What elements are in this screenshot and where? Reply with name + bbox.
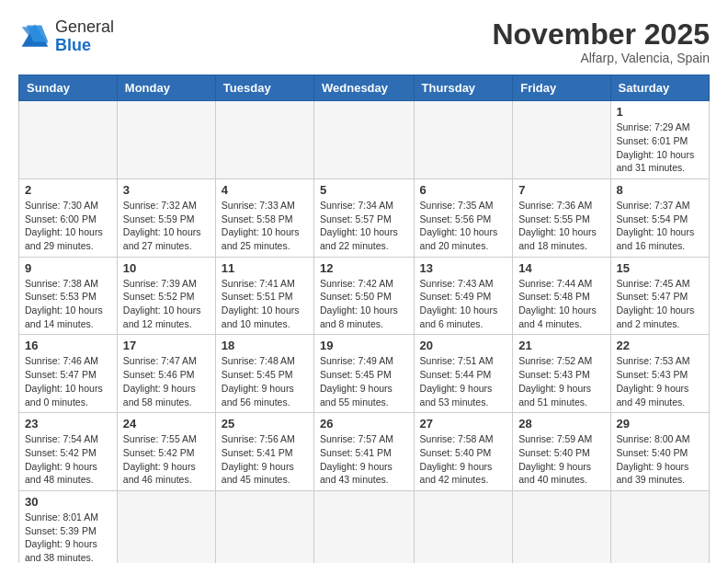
calendar-cell <box>314 490 415 563</box>
calendar-cell: 11Sunrise: 7:41 AM Sunset: 5:51 PM Dayli… <box>215 257 313 335</box>
day-info: Sunrise: 7:41 AM Sunset: 5:51 PM Dayligh… <box>222 277 308 331</box>
day-info: Sunrise: 7:33 AM Sunset: 5:58 PM Dayligh… <box>222 199 308 253</box>
day-info: Sunrise: 7:34 AM Sunset: 5:57 PM Dayligh… <box>320 199 408 253</box>
day-number: 27 <box>420 417 507 431</box>
calendar-cell: 1Sunrise: 7:29 AM Sunset: 6:01 PM Daylig… <box>610 101 709 179</box>
calendar-cell <box>117 490 215 563</box>
day-info: Sunrise: 7:56 AM Sunset: 5:41 PM Dayligh… <box>222 432 308 487</box>
logo: General Blue <box>18 18 114 55</box>
day-info: Sunrise: 7:32 AM Sunset: 5:59 PM Dayligh… <box>123 199 210 253</box>
day-info: Sunrise: 7:52 AM Sunset: 5:43 PM Dayligh… <box>518 354 604 408</box>
calendar-cell: 29Sunrise: 8:00 AM Sunset: 5:40 PM Dayli… <box>610 413 709 491</box>
calendar-cell <box>414 490 513 563</box>
calendar-cell: 14Sunrise: 7:44 AM Sunset: 5:48 PM Dayli… <box>513 257 610 335</box>
calendar-body: 1Sunrise: 7:29 AM Sunset: 6:01 PM Daylig… <box>19 101 710 563</box>
day-number: 3 <box>123 183 210 197</box>
day-number: 20 <box>420 339 507 352</box>
day-number: 2 <box>25 183 111 197</box>
calendar-cell <box>513 490 610 563</box>
day-info: Sunrise: 7:39 AM Sunset: 5:52 PM Dayligh… <box>123 277 210 331</box>
calendar-cell: 3Sunrise: 7:32 AM Sunset: 5:59 PM Daylig… <box>117 178 215 257</box>
day-info: Sunrise: 7:49 AM Sunset: 5:45 PM Dayligh… <box>320 354 408 408</box>
calendar-cell <box>215 490 313 563</box>
location-subtitle: Alfarp, Valencia, Spain <box>492 51 710 65</box>
day-info: Sunrise: 7:53 AM Sunset: 5:43 PM Dayligh… <box>617 354 703 408</box>
logo-icon <box>18 20 51 53</box>
calendar-cell: 30Sunrise: 8:01 AM Sunset: 5:39 PM Dayli… <box>19 490 118 563</box>
week-row-4: 16Sunrise: 7:46 AM Sunset: 5:47 PM Dayli… <box>19 335 710 413</box>
day-number: 12 <box>320 261 408 275</box>
day-number: 5 <box>320 183 408 197</box>
calendar-cell: 17Sunrise: 7:47 AM Sunset: 5:46 PM Dayli… <box>117 335 215 413</box>
day-number: 30 <box>25 495 111 509</box>
day-info: Sunrise: 7:30 AM Sunset: 6:00 PM Dayligh… <box>25 199 111 253</box>
calendar-cell: 2Sunrise: 7:30 AM Sunset: 6:00 PM Daylig… <box>19 178 118 257</box>
day-number: 13 <box>420 261 507 275</box>
week-row-6: 30Sunrise: 8:01 AM Sunset: 5:39 PM Dayli… <box>19 490 710 563</box>
day-number: 8 <box>617 183 703 197</box>
calendar-cell <box>610 490 709 563</box>
title-block: November 2025 Alfarp, Valencia, Spain <box>492 18 710 65</box>
calendar-cell: 15Sunrise: 7:45 AM Sunset: 5:47 PM Dayli… <box>610 257 709 335</box>
calendar-cell: 6Sunrise: 7:35 AM Sunset: 5:56 PM Daylig… <box>414 178 513 257</box>
calendar-cell: 24Sunrise: 7:55 AM Sunset: 5:42 PM Dayli… <box>117 413 215 491</box>
calendar-cell: 23Sunrise: 7:54 AM Sunset: 5:42 PM Dayli… <box>19 413 118 491</box>
calendar-cell: 4Sunrise: 7:33 AM Sunset: 5:58 PM Daylig… <box>215 178 313 257</box>
day-info: Sunrise: 7:43 AM Sunset: 5:49 PM Dayligh… <box>420 277 507 331</box>
day-number: 18 <box>222 339 308 352</box>
calendar-cell: 7Sunrise: 7:36 AM Sunset: 5:55 PM Daylig… <box>513 178 610 257</box>
calendar-header: SundayMondayTuesdayWednesdayThursdayFrid… <box>19 75 710 101</box>
calendar-cell <box>215 101 313 179</box>
calendar-cell: 27Sunrise: 7:58 AM Sunset: 5:40 PM Dayli… <box>414 413 513 491</box>
calendar-cell: 5Sunrise: 7:34 AM Sunset: 5:57 PM Daylig… <box>314 178 415 257</box>
day-info: Sunrise: 7:44 AM Sunset: 5:48 PM Dayligh… <box>518 277 604 331</box>
weekday-header-monday: Monday <box>117 75 215 101</box>
day-info: Sunrise: 7:38 AM Sunset: 5:53 PM Dayligh… <box>25 277 111 331</box>
calendar-cell: 18Sunrise: 7:48 AM Sunset: 5:45 PM Dayli… <box>215 335 313 413</box>
day-number: 11 <box>222 261 308 275</box>
day-number: 25 <box>222 417 308 431</box>
week-row-1: 1Sunrise: 7:29 AM Sunset: 6:01 PM Daylig… <box>19 101 710 179</box>
day-number: 9 <box>25 261 111 275</box>
calendar-cell <box>513 101 610 179</box>
page-header: General Blue November 2025 Alfarp, Valen… <box>18 18 710 65</box>
day-number: 22 <box>617 339 703 352</box>
logo-text: General Blue <box>55 18 114 55</box>
calendar-cell: 25Sunrise: 7:56 AM Sunset: 5:41 PM Dayli… <box>215 413 313 491</box>
day-info: Sunrise: 7:47 AM Sunset: 5:46 PM Dayligh… <box>123 354 210 408</box>
calendar-cell <box>314 101 415 179</box>
day-number: 23 <box>25 417 111 431</box>
calendar-cell: 26Sunrise: 7:57 AM Sunset: 5:41 PM Dayli… <box>314 413 415 491</box>
day-info: Sunrise: 7:37 AM Sunset: 5:54 PM Dayligh… <box>617 199 703 253</box>
day-number: 15 <box>617 261 703 275</box>
weekday-header-wednesday: Wednesday <box>314 75 415 101</box>
calendar-cell: 8Sunrise: 7:37 AM Sunset: 5:54 PM Daylig… <box>610 178 709 257</box>
weekday-row: SundayMondayTuesdayWednesdayThursdayFrid… <box>19 75 710 101</box>
day-info: Sunrise: 7:48 AM Sunset: 5:45 PM Dayligh… <box>222 354 308 408</box>
calendar-cell: 20Sunrise: 7:51 AM Sunset: 5:44 PM Dayli… <box>414 335 513 413</box>
calendar-cell <box>414 101 513 179</box>
calendar-cell: 10Sunrise: 7:39 AM Sunset: 5:52 PM Dayli… <box>117 257 215 335</box>
day-number: 28 <box>518 417 604 431</box>
weekday-header-thursday: Thursday <box>414 75 513 101</box>
day-info: Sunrise: 7:35 AM Sunset: 5:56 PM Dayligh… <box>420 199 507 253</box>
day-number: 10 <box>123 261 210 275</box>
month-title: November 2025 <box>492 18 710 51</box>
day-number: 19 <box>320 339 408 352</box>
day-number: 1 <box>617 105 703 119</box>
day-info: Sunrise: 7:58 AM Sunset: 5:40 PM Dayligh… <box>420 432 507 487</box>
day-info: Sunrise: 8:01 AM Sunset: 5:39 PM Dayligh… <box>25 511 111 563</box>
weekday-header-tuesday: Tuesday <box>215 75 313 101</box>
calendar-cell: 19Sunrise: 7:49 AM Sunset: 5:45 PM Dayli… <box>314 335 415 413</box>
day-number: 26 <box>320 417 408 431</box>
calendar-table: SundayMondayTuesdayWednesdayThursdayFrid… <box>18 75 710 563</box>
day-info: Sunrise: 7:36 AM Sunset: 5:55 PM Dayligh… <box>518 199 604 253</box>
day-number: 21 <box>518 339 604 352</box>
day-info: Sunrise: 7:54 AM Sunset: 5:42 PM Dayligh… <box>25 432 111 487</box>
week-row-5: 23Sunrise: 7:54 AM Sunset: 5:42 PM Dayli… <box>19 413 710 491</box>
day-info: Sunrise: 7:46 AM Sunset: 5:47 PM Dayligh… <box>25 354 111 408</box>
calendar-cell <box>19 101 118 179</box>
day-number: 29 <box>617 417 703 431</box>
day-info: Sunrise: 7:55 AM Sunset: 5:42 PM Dayligh… <box>123 432 210 487</box>
calendar-cell: 21Sunrise: 7:52 AM Sunset: 5:43 PM Dayli… <box>513 335 610 413</box>
